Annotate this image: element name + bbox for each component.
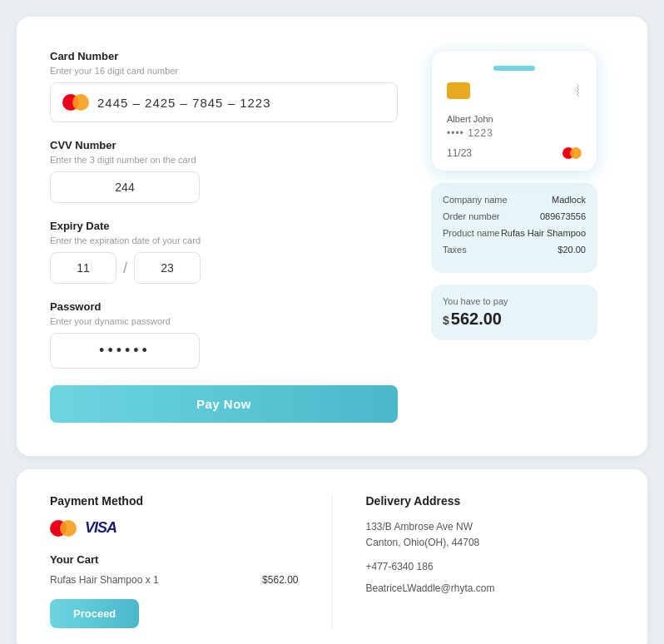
order-number-label: Order number [443,211,499,221]
mc-orange-circle [72,94,89,111]
payment-form-card: Card Number Enter your 16 digit card num… [17,17,647,456]
cvv-group: CVV Number Enter the 3 digit number on t… [50,139,398,203]
mastercard-icon [62,94,89,111]
company-row: Company name Madlock [443,195,586,205]
card-expiry-display: 11/23 [447,147,472,159]
credit-card-visual: ⦚ Albert John •••• 1223 11/23 [431,50,597,171]
card-expiry-mc-row: 11/23 [447,147,582,159]
company-value: Madlock [552,195,586,205]
password-input[interactable] [50,333,200,369]
form-section: Card Number Enter your 16 digit card num… [50,50,398,423]
payment-icons-row: VISA [50,519,299,537]
expiry-group: Expiry Date Enter the expiration date of… [50,220,398,284]
product-label: Product name [443,228,499,238]
order-number-row: Order number 089673556 [443,211,586,221]
order-number-value: 089673556 [540,211,586,221]
card-number-display: •••• 1223 [447,127,582,139]
cvv-hint: Enter the 3 digit number on the card [50,155,398,165]
pay-now-button[interactable]: Pay Now [50,385,398,423]
proceed-button[interactable]: Proceed [50,599,139,628]
cart-item-name: Rufas Hair Shampoo x 1 [50,574,159,586]
order-summary-box: Company name Madlock Order number 089673… [431,183,597,273]
pay-total-section: You have to pay $562.00 [431,285,597,340]
bottom-left-section: Payment Method VISA Your Cart Rufas Hair… [50,494,333,628]
nfc-icon: ⦚ [575,83,582,98]
password-group: Password Enter your dynamic password [50,300,398,369]
card-number-input[interactable] [97,96,385,110]
address-line2: Canton, Ohio(OH), 44708 [366,537,480,548]
card-holder-name: Albert John [447,114,582,124]
card-icons-row: ⦚ [447,82,582,99]
mc-small-orange [570,147,582,159]
bottom-mastercard-icon[interactable] [50,520,77,537]
bottom-right-section: Delivery Address 133/B Ambrose Ave NW Ca… [333,494,615,628]
cart-row: Rufas Hair Shampoo x 1 $562.00 [50,574,299,586]
mc-small-icon [562,147,582,159]
card-number-hint: Enter your 16 digit card number [50,66,398,76]
cvv-input[interactable] [50,171,200,203]
bottom-card: Payment Method VISA Your Cart Rufas Hair… [17,469,647,644]
your-cart-title: Your Cart [50,553,299,566]
password-hint: Enter your dynamic password [50,316,398,326]
company-label: Company name [443,195,508,205]
card-number-label: Card Number [50,50,398,62]
delivery-title: Delivery Address [366,494,615,508]
bottom-mc-orange [60,520,77,537]
card-number-input-wrapper[interactable] [50,82,398,122]
visa-icon[interactable]: VISA [85,519,116,537]
expiry-label: Expiry Date [50,220,398,232]
dollar-sign: $ [443,314,449,327]
delivery-address: 133/B Ambrose Ave NW Canton, Ohio(OH), 4… [366,519,615,551]
card-visual-section: ⦚ Albert John •••• 1223 11/23 Company na… [431,50,614,423]
card-top-bar [493,66,535,71]
expiry-row: / [50,252,398,284]
cvv-label: CVV Number [50,139,398,151]
card-number-group: Card Number Enter your 16 digit card num… [50,50,398,122]
product-row: Product name Rufas Hair Shampoo [443,228,586,238]
password-label: Password [50,300,398,313]
expiry-slash: / [123,260,127,277]
payment-method-title: Payment Method [50,494,299,508]
pay-amount: $562.00 [443,310,586,329]
chip-icon [447,82,470,99]
taxes-row: Taxes $20.00 [443,245,586,255]
product-value: Rufas Hair Shampoo [501,228,586,238]
pay-amount-value: 562.00 [451,310,502,328]
delivery-email: BeatriceLWaddle@rhyta.com [366,582,615,594]
delivery-phone: +477-6340 186 [366,561,615,572]
taxes-label: Taxes [443,245,467,255]
taxes-value: $20.00 [557,245,586,255]
expiry-year-input[interactable] [134,252,201,284]
expiry-month-input[interactable] [50,252,116,284]
cart-item-price: $562.00 [262,574,298,586]
expiry-hint: Enter the expiration date of your card [50,235,398,245]
address-line1: 133/B Ambrose Ave NW [366,521,473,533]
pay-label: You have to pay [443,296,586,306]
